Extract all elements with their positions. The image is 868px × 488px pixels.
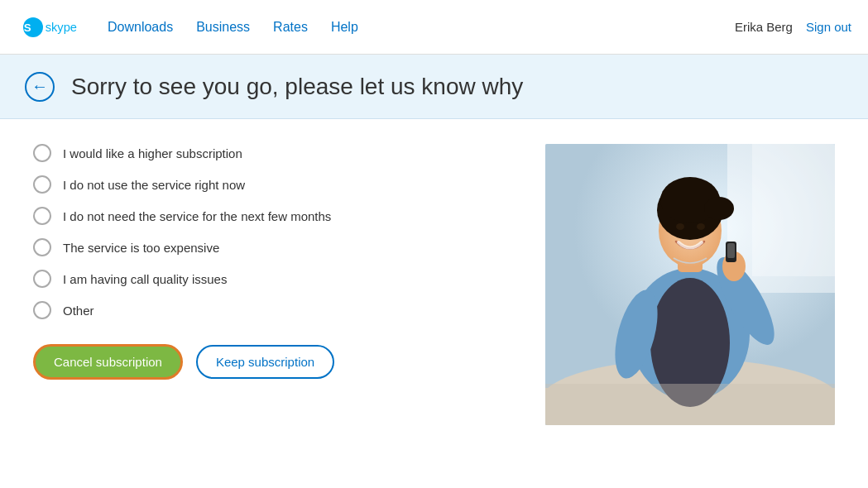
sign-out-link[interactable]: Sign out (806, 20, 851, 34)
button-row: Cancel subscription Keep subscription (33, 344, 520, 380)
radio-label-1: I do not use the service right now (63, 178, 245, 192)
svg-rect-22 (545, 384, 835, 425)
radio-circle-3 (33, 238, 51, 256)
svg-rect-21 (727, 243, 735, 258)
radio-label-2: I do not need the service for the next f… (63, 209, 331, 223)
radio-label-5: Other (63, 304, 94, 318)
svg-point-18 (697, 223, 705, 230)
radio-label-0: I would like a higher subscription (63, 146, 242, 160)
cancel-subscription-button[interactable]: Cancel subscription (33, 344, 183, 380)
radio-item-4[interactable]: I am having call quality issues (33, 270, 520, 288)
radio-item-1[interactable]: I do not use the service right now (33, 175, 520, 194)
radio-label-3: The service is too expensive (63, 241, 219, 255)
svg-point-17 (676, 223, 684, 230)
nav-business[interactable]: Business (196, 20, 250, 35)
svg-point-16 (704, 197, 734, 220)
radio-circle-0 (33, 144, 51, 162)
nav-help[interactable]: Help (331, 20, 358, 35)
nav-right: Erika Berg Sign out (735, 20, 851, 34)
page-title: Sorry to see you go, please let us know … (71, 74, 523, 100)
page-header: ← Sorry to see you go, please let us kno… (0, 55, 868, 119)
radio-circle-1 (33, 175, 51, 194)
nav-downloads[interactable]: Downloads (108, 20, 173, 35)
svg-rect-5 (752, 144, 835, 276)
navbar: S skype Downloads Business Rates Help Er… (0, 0, 868, 55)
nav-rates[interactable]: Rates (273, 20, 308, 35)
skype-logo[interactable]: S skype (17, 11, 83, 44)
keep-subscription-button[interactable]: Keep subscription (196, 345, 334, 379)
radio-circle-5 (33, 301, 51, 319)
radio-group: I would like a higher subscription I do … (33, 144, 520, 319)
nav-links: Downloads Business Rates Help (108, 20, 735, 35)
image-section (545, 144, 835, 425)
radio-circle-4 (33, 270, 51, 288)
radio-item-3[interactable]: The service is too expensive (33, 238, 520, 256)
radio-label-4: I am having call quality issues (63, 272, 227, 286)
svg-text:S: S (24, 22, 31, 34)
radio-item-0[interactable]: I would like a higher subscription (33, 144, 520, 162)
main-content: I would like a higher subscription I do … (0, 119, 868, 450)
svg-text:skype: skype (46, 21, 77, 34)
person-image (545, 144, 835, 425)
form-section: I would like a higher subscription I do … (33, 144, 520, 425)
radio-item-2[interactable]: I do not need the service for the next f… (33, 207, 520, 225)
radio-circle-2 (33, 207, 51, 225)
back-button[interactable]: ← (25, 72, 55, 102)
user-name: Erika Berg (735, 20, 793, 34)
radio-item-5[interactable]: Other (33, 301, 520, 319)
